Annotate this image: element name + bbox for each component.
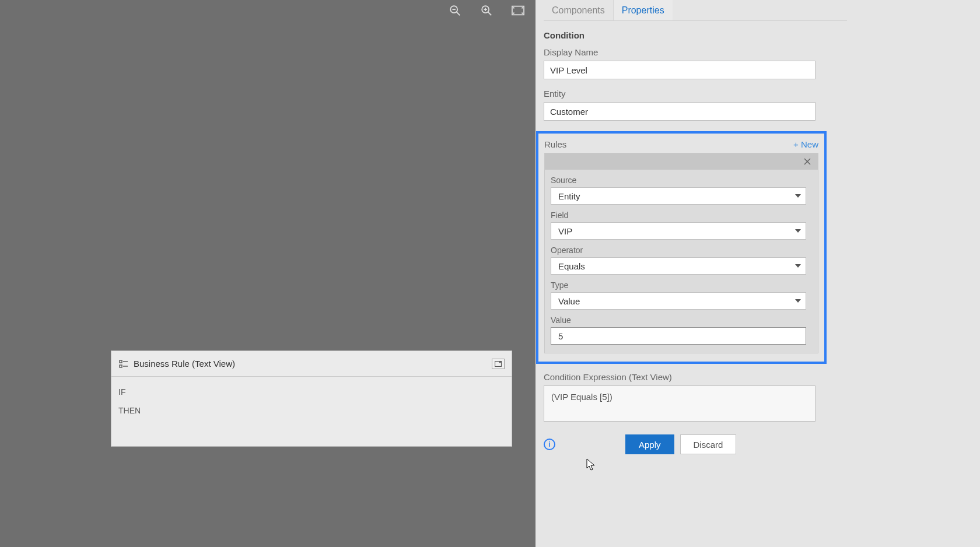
field-label: Field [551, 211, 812, 220]
value-input[interactable] [551, 327, 806, 345]
tab-properties[interactable]: Properties [614, 0, 673, 20]
business-rule-text-panel: Business Rule (Text View) IF THEN [111, 350, 512, 447]
zoom-out-icon[interactable] [448, 3, 462, 17]
side-tabs: Components Properties [544, 0, 847, 21]
condition-expr-box: (VIP Equals [5]) [544, 385, 816, 422]
display-name-input[interactable] [544, 61, 816, 79]
rule-then-line: THEN [118, 406, 505, 415]
field-value: VIP [558, 226, 572, 236]
apply-button[interactable]: Apply [625, 434, 674, 454]
condition-expr-text: (VIP Equals [5]) [551, 392, 612, 402]
properties-pane: Components Properties Condition Display … [536, 0, 980, 547]
svg-rect-8 [120, 360, 122, 363]
condition-section-title: Condition [544, 30, 847, 40]
rule-card: Source Entity Field VIP Operator Equals [544, 153, 818, 353]
designer-canvas[interactable]: Business Rule (Text View) IF THEN [0, 0, 536, 547]
svg-line-1 [457, 12, 460, 16]
rules-label: Rules [544, 139, 566, 149]
type-select[interactable]: Value [551, 292, 806, 310]
display-name-label: Display Name [544, 47, 847, 57]
rules-section: Rules + New Source Entity [536, 131, 827, 364]
add-rule-button[interactable]: + New [793, 139, 818, 149]
canvas-toolbar [448, 3, 525, 17]
source-label: Source [551, 176, 812, 185]
type-value: Value [558, 296, 580, 306]
source-value: Entity [558, 191, 580, 201]
field-select[interactable]: VIP [551, 222, 806, 240]
svg-line-4 [488, 12, 492, 16]
fit-to-screen-icon[interactable] [511, 3, 525, 17]
entity-input[interactable] [544, 102, 816, 121]
value-label: Value [551, 315, 812, 325]
info-icon[interactable]: i [544, 439, 555, 450]
tab-components[interactable]: Components [544, 0, 614, 20]
close-rule-icon[interactable] [802, 156, 813, 167]
textview-icon [118, 359, 129, 369]
operator-value: Equals [558, 261, 585, 271]
business-rule-panel-title: Business Rule (Text View) [134, 359, 235, 369]
source-select[interactable]: Entity [551, 187, 806, 205]
condition-expr-label: Condition Expression (Text View) [544, 372, 847, 382]
entity-label: Entity [544, 89, 847, 99]
expand-panel-icon[interactable] [492, 359, 505, 369]
svg-rect-9 [120, 365, 122, 367]
operator-label: Operator [551, 246, 812, 255]
rule-if-line: IF [118, 387, 505, 397]
operator-select[interactable]: Equals [551, 257, 806, 275]
zoom-in-icon[interactable] [480, 3, 494, 17]
discard-button[interactable]: Discard [680, 434, 737, 454]
type-label: Type [551, 280, 812, 290]
